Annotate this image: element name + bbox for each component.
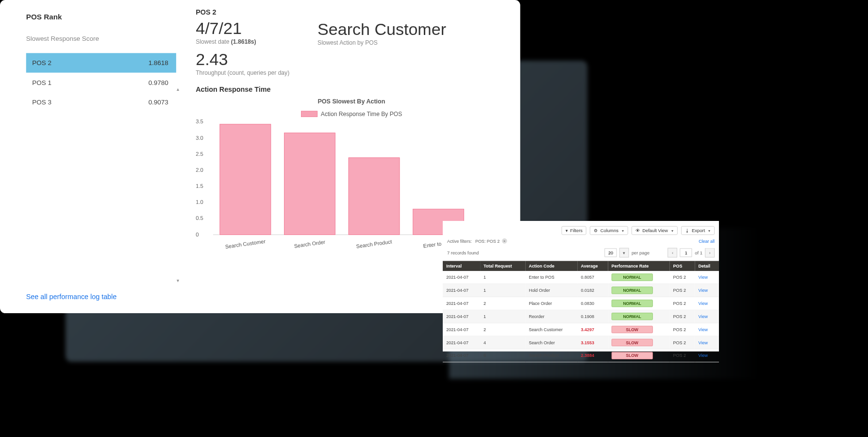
active-filter-chip: POS: POS 2 × — [475, 238, 507, 244]
legend-label: Action Response Time By POS — [321, 111, 402, 117]
cell-performance-rate: NORMAL — [608, 297, 669, 310]
clear-all-filters-link[interactable]: Clear all — [699, 238, 715, 243]
table-row: 2021-04-071Hold Order0.0182NORMALPOS 2Vi… — [443, 284, 719, 297]
table-column-header[interactable]: Interval — [443, 261, 480, 271]
table-header-row: IntervalTotal RequestAction CodeAverageP… — [443, 261, 719, 271]
table-column-header[interactable]: Action Code — [525, 261, 577, 271]
cell-action-code: Search Order — [525, 336, 577, 349]
export-button[interactable]: ⭳ Export — [681, 226, 715, 235]
rank-row[interactable]: POS 21.8618 — [26, 53, 176, 72]
bar-slot: Search Customer — [213, 122, 278, 235]
page-total-label: of 1 — [695, 250, 702, 255]
next-page-button[interactable]: › — [705, 248, 715, 258]
table-toolbar: ▾ Filters ⚙ Columns 👁 Default View ⭳ Exp… — [443, 221, 719, 238]
view-detail-link[interactable]: View — [699, 353, 708, 358]
x-axis-label: Search Order — [294, 239, 326, 249]
performance-rate-badge: NORMAL — [612, 286, 653, 294]
chart-bars: Search CustomerSearch OrderSearch Produc… — [213, 122, 503, 235]
view-detail-link[interactable]: View — [699, 327, 708, 332]
scroll-down-icon[interactable]: ▼ — [176, 278, 180, 283]
cell-interval: 2021-04-07 — [443, 310, 480, 323]
table-body: 2021-04-071Enter to POS0.8057NORMALPOS 2… — [443, 271, 719, 362]
cell-action-code: Search Product — [525, 349, 577, 362]
legend-swatch-icon — [301, 111, 317, 118]
table-column-header[interactable]: Performance Rate — [608, 261, 669, 271]
slowest-date-caption: Slowest date (1.8618s) — [196, 38, 300, 45]
cell-detail: View — [695, 323, 719, 336]
export-icon: ⭳ — [685, 228, 690, 233]
page-size-input[interactable] — [604, 248, 617, 257]
rank-list: POS 21.8618POS 10.9780POS 30.9073 — [26, 53, 176, 112]
table-column-header[interactable]: Average — [577, 261, 608, 271]
rank-row[interactable]: POS 30.9073 — [26, 92, 176, 112]
cell-pos: POS 2 — [669, 297, 695, 310]
page-number-input[interactable] — [680, 248, 692, 257]
view-detail-link[interactable]: View — [699, 288, 708, 293]
cell-pos: POS 2 — [669, 323, 695, 336]
cell-detail: View — [695, 336, 719, 349]
rank-score: 0.9073 — [149, 98, 168, 105]
table-column-header[interactable]: Detail — [695, 261, 719, 271]
gear-icon: ⚙ — [594, 228, 598, 233]
sidebar-scrollbar[interactable]: ▲ ▼ — [176, 87, 180, 283]
performance-rate-badge: SLOW — [612, 339, 653, 346]
performance-log-table-panel: ▾ Filters ⚙ Columns 👁 Default View ⭳ Exp… — [443, 221, 719, 352]
rank-name: POS 2 — [32, 59, 148, 67]
cell-total-request: 2 — [480, 323, 525, 336]
active-filters-row: Active filters: POS: POS 2 × Clear all — [443, 238, 719, 246]
cell-pos: POS 2 — [669, 271, 695, 284]
view-detail-link[interactable]: View — [699, 314, 708, 319]
cell-average: 3.1553 — [577, 336, 608, 349]
cell-interval: 2021-04-07 — [443, 323, 480, 336]
slowest-action-caption: Slowest Action by POS — [317, 40, 446, 46]
filters-button-label: Filters — [570, 228, 583, 233]
page-size-dropdown-button[interactable]: ▾ — [619, 248, 629, 258]
view-detail-link[interactable]: View — [699, 275, 708, 280]
cell-interval: 2021-04-07 — [443, 271, 480, 284]
rank-name: POS 3 — [32, 98, 148, 105]
table-column-header[interactable]: POS — [669, 261, 695, 271]
rank-row[interactable]: POS 10.9780 — [26, 73, 176, 92]
columns-button-label: Columns — [601, 228, 618, 233]
bar-slot: Reor — [470, 122, 502, 235]
table-row: 2021-04-076Search Product2.3884SLOWPOS 2… — [443, 349, 719, 362]
bar-slot: Search Order — [278, 122, 342, 235]
table-column-header[interactable]: Total Request — [480, 261, 525, 271]
see-all-performance-link[interactable]: See all performance log table — [26, 293, 117, 301]
y-axis-tick: 1.0 — [196, 199, 203, 205]
view-button-label: Default View — [642, 228, 668, 233]
throughput-value: 2.43 — [196, 51, 507, 69]
slowest-date-value: 4/7/21 — [196, 20, 300, 37]
prev-page-button[interactable]: ‹ — [668, 248, 678, 258]
performance-rate-badge: SLOW — [612, 352, 653, 359]
performance-rate-badge: NORMAL — [612, 273, 653, 281]
view-detail-link[interactable]: View — [699, 301, 708, 306]
rank-score: 1.8618 — [149, 59, 168, 67]
cell-pos: POS 2 — [669, 310, 695, 323]
remove-filter-icon[interactable]: × — [502, 238, 507, 244]
throughput-caption: Throughput (count, queries per day) — [196, 69, 507, 76]
x-axis-label: Search Customer — [225, 238, 266, 250]
y-axis-tick: 3.5 — [196, 119, 203, 125]
sidebar-subtitle: Slowest Response Score — [26, 35, 183, 42]
filters-button[interactable]: ▾ Filters — [561, 226, 586, 235]
cell-detail: View — [695, 310, 719, 323]
chart-legend: Action Response Time By POS — [196, 111, 507, 117]
records-found-label: 7 records found — [447, 250, 479, 255]
cell-action-code: Enter to POS — [525, 271, 577, 284]
view-button[interactable]: 👁 Default View — [632, 226, 678, 235]
scroll-up-icon[interactable]: ▲ — [176, 87, 180, 92]
columns-button[interactable]: ⚙ Columns — [590, 226, 628, 235]
active-filter-chip-label: POS: POS 2 — [475, 238, 500, 243]
cell-action-code: Place Order — [525, 297, 577, 310]
view-detail-link[interactable]: View — [699, 340, 708, 345]
dashboard-card: POS Rank Slowest Response Score POS 21.8… — [0, 0, 520, 313]
performance-rate-badge: NORMAL — [612, 313, 653, 320]
cell-pos: POS 2 — [669, 349, 695, 362]
cell-performance-rate: SLOW — [608, 323, 669, 336]
active-filters-label: Active filters: — [447, 238, 472, 243]
cell-performance-rate: SLOW — [608, 336, 669, 349]
performance-rate-badge: NORMAL — [612, 300, 653, 307]
cell-average: 0.8057 — [577, 271, 608, 284]
slowest-action-value: Search Customer — [317, 20, 446, 39]
